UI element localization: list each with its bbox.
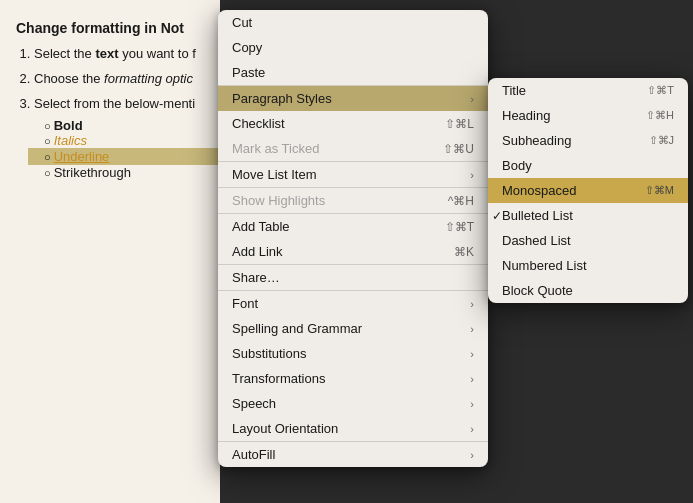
submenu-item-monospaced[interactable]: Monospaced ⇧⌘M [488,178,688,203]
note-background: Change formatting in Not Select the text… [0,0,220,503]
menu-item-font[interactable]: Font › [218,291,488,316]
menu-item-speech[interactable]: Speech › [218,391,488,416]
note-step-2: Choose the formatting optic [34,69,204,90]
note-step-1: Select the text you want to f [34,44,204,65]
submenu-shortcut-subheading: ⇧⌘J [649,134,675,147]
chevron-right-icon-3: › [470,298,474,310]
menu-item-spelling[interactable]: Spelling and Grammar › [218,316,488,341]
menu-item-cut[interactable]: Cut [218,10,488,35]
submenu-label-numbered: Numbered List [502,258,587,273]
submenu-label-dashed: Dashed List [502,233,571,248]
submenu-item-bulleted[interactable]: Bulleted List [488,203,688,228]
note-list-italics: Italics [44,133,204,148]
chevron-right-icon-2: › [470,169,474,181]
menu-item-share[interactable]: Share… [218,265,488,290]
menu-section-insert: Add Table ⇧⌘T Add Link ⌘K [218,214,488,265]
submenu-label-bulleted: Bulleted List [502,208,573,223]
submenu-label-heading: Heading [502,108,550,123]
submenu-label-subheading: Subheading [502,133,571,148]
menu-section-paragraph: Paragraph Styles › Checklist ⇧⌘L Mark as… [218,86,488,162]
submenu-shortcut-heading: ⇧⌘H [646,109,674,122]
menu-item-layout[interactable]: Layout Orientation › [218,416,488,441]
menu-item-autofill[interactable]: AutoFill › [218,442,488,467]
menu-item-paste[interactable]: Paste [218,60,488,85]
menu-section-highlights: Show Highlights ^⌘H [218,188,488,214]
note-steps: Select the text you want to f Choose the… [34,44,204,114]
submenu-label-blockquote: Block Quote [502,283,573,298]
menu-section-move: Move List Item › [218,162,488,188]
context-menu: Cut Copy Paste Paragraph Styles › Checkl… [218,10,488,467]
note-list-underline: Underline [28,148,220,165]
chevron-right-icon-6: › [470,373,474,385]
submenu-item-body[interactable]: Body [488,153,688,178]
submenu-item-subheading[interactable]: Subheading ⇧⌘J [488,128,688,153]
note-list-bold: Bold [44,118,204,133]
chevron-right-icon: › [470,93,474,105]
menu-section-share: Share… [218,265,488,291]
note-step-3: Select from the below-menti [34,94,204,115]
submenu-item-blockquote[interactable]: Block Quote [488,278,688,303]
menu-section-clipboard: Cut Copy Paste [218,10,488,86]
chevron-right-icon-8: › [470,423,474,435]
menu-item-add-link[interactable]: Add Link ⌘K [218,239,488,264]
chevron-right-icon-5: › [470,348,474,360]
note-format-list: Bold Italics Underline Strikethrough [44,118,204,180]
submenu-item-numbered[interactable]: Numbered List [488,253,688,278]
menu-section-autofill: AutoFill › [218,442,488,467]
menu-item-checklist[interactable]: Checklist ⇧⌘L [218,111,488,136]
menu-item-move-list[interactable]: Move List Item › [218,162,488,187]
menu-item-show-highlights[interactable]: Show Highlights ^⌘H [218,188,488,213]
chevron-right-icon-4: › [470,323,474,335]
menu-item-copy[interactable]: Copy [218,35,488,60]
menu-section-format: Font › Spelling and Grammar › Substituti… [218,291,488,442]
submenu-item-heading[interactable]: Heading ⇧⌘H [488,103,688,128]
menu-item-add-table[interactable]: Add Table ⇧⌘T [218,214,488,239]
submenu-label-monospaced: Monospaced [502,183,576,198]
menu-item-mark-ticked[interactable]: Mark as Ticked ⇧⌘U [218,136,488,161]
paragraph-styles-submenu: Title ⇧⌘T Heading ⇧⌘H Subheading ⇧⌘J Bod… [488,78,688,303]
menu-item-paragraph-styles[interactable]: Paragraph Styles › [218,86,488,111]
menu-item-substitutions[interactable]: Substitutions › [218,341,488,366]
note-title: Change formatting in Not [16,20,204,36]
submenu-label-title: Title [502,83,526,98]
chevron-right-icon-9: › [470,449,474,461]
note-list-strikethrough: Strikethrough [44,165,204,180]
submenu-item-title[interactable]: Title ⇧⌘T [488,78,688,103]
menu-item-transformations[interactable]: Transformations › [218,366,488,391]
submenu-shortcut-monospaced: ⇧⌘M [645,184,674,197]
chevron-right-icon-7: › [470,398,474,410]
submenu-shortcut-title: ⇧⌘T [647,84,674,97]
submenu-item-dashed[interactable]: Dashed List [488,228,688,253]
submenu-label-body: Body [502,158,532,173]
